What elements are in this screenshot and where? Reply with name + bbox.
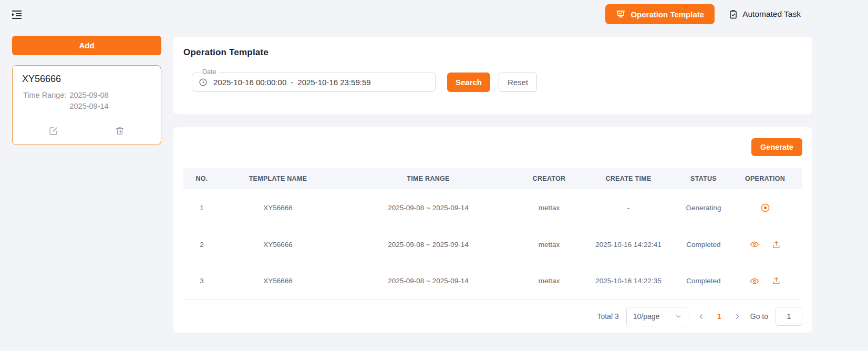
record-icon bbox=[761, 203, 770, 212]
column-operation: OPERATION bbox=[728, 168, 802, 189]
main-content: Operation Template Date 2025-10-16 00:00… bbox=[173, 37, 812, 333]
edit-icon bbox=[49, 126, 58, 136]
cell-creator: mettax bbox=[521, 189, 577, 226]
topbar: Operation Template Automated Task bbox=[0, 0, 868, 28]
template-card-title: XY56666 bbox=[22, 74, 152, 85]
cell-creator: mettax bbox=[521, 226, 577, 263]
eye-icon bbox=[750, 240, 759, 249]
view-report-button[interactable] bbox=[750, 276, 759, 286]
cell-time-range: 2025-09-08 ~ 2025-09-14 bbox=[336, 189, 521, 226]
cell-time-range: 2025-09-08 ~ 2025-09-14 bbox=[336, 263, 521, 300]
table-header-row: NO. TEMPLATE NAME TIME RANGE CREATOR CRE… bbox=[183, 168, 802, 189]
table-row: 2 XY56666 2025-09-08 ~ 2025-09-14 mettax… bbox=[183, 226, 802, 263]
cell-no: 1 bbox=[183, 189, 220, 226]
cell-create-time: 2025-10-16 14:22:35 bbox=[577, 263, 679, 300]
cell-status: Generating bbox=[679, 189, 728, 226]
column-template-name: TEMPLATE NAME bbox=[220, 168, 336, 189]
export-report-button[interactable] bbox=[772, 240, 781, 249]
filter-row: Date 2025-10-16 00:00:00-2025-10-16 23:5… bbox=[183, 73, 802, 92]
delete-template-button[interactable] bbox=[87, 119, 153, 142]
reset-button[interactable]: Reset bbox=[499, 73, 537, 92]
add-template-button[interactable]: Add bbox=[12, 36, 161, 55]
automated-task-tab[interactable]: Automated Task bbox=[728, 9, 801, 19]
column-no: NO. bbox=[183, 168, 220, 189]
pagination-total: Total 3 bbox=[597, 312, 618, 321]
table-panel: Generate NO. TEMPLATE NAME TIME RANGE CR… bbox=[173, 127, 812, 333]
template-card[interactable]: XY56666 Time Range: 2025-09-08 2025-09-1… bbox=[12, 65, 161, 145]
operation-template-tab[interactable]: Operation Template bbox=[605, 4, 715, 24]
chevron-right-icon bbox=[734, 313, 741, 320]
prev-page-button[interactable] bbox=[696, 311, 707, 322]
column-status: STATUS bbox=[679, 168, 728, 189]
operation-template-label: Operation Template bbox=[631, 10, 704, 19]
column-creator: CREATOR bbox=[521, 168, 577, 189]
date-end: 2025-10-16 23:59:59 bbox=[297, 78, 370, 87]
cell-no: 2 bbox=[183, 226, 220, 263]
time-range-start: 2025-09-08 bbox=[69, 91, 108, 99]
cell-template-name: XY56666 bbox=[220, 226, 336, 263]
pagination: Total 3 10/page 1 bbox=[183, 300, 802, 326]
date-range-value: 2025-10-16 00:00:00-2025-10-16 23:59:59 bbox=[213, 78, 371, 87]
view-report-button[interactable] bbox=[750, 240, 759, 249]
trash-icon bbox=[115, 126, 125, 136]
table-toolbar: Generate bbox=[183, 138, 802, 156]
column-create-time: CREATE TIME bbox=[577, 168, 679, 189]
table-row: 1 XY56666 2025-09-08 ~ 2025-09-14 mettax… bbox=[183, 189, 802, 226]
cell-create-time: - bbox=[577, 189, 679, 226]
card-actions bbox=[21, 119, 152, 142]
cell-status: Completed bbox=[679, 263, 728, 300]
cell-status: Completed bbox=[679, 226, 728, 263]
time-range-end: 2025-09-14 bbox=[69, 102, 108, 110]
upload-icon bbox=[772, 240, 781, 249]
date-field-label: Date bbox=[200, 68, 219, 76]
upload-icon bbox=[772, 276, 781, 285]
chevron-left-icon bbox=[698, 313, 705, 320]
page-size-select[interactable]: 10/page bbox=[626, 307, 688, 326]
column-time-range: TIME RANGE bbox=[336, 168, 521, 189]
cell-creator: mettax bbox=[521, 263, 577, 300]
filter-panel: Operation Template Date 2025-10-16 00:00… bbox=[173, 37, 812, 115]
clipboard-check-icon bbox=[728, 9, 738, 19]
page-number[interactable]: 1 bbox=[714, 312, 725, 321]
cell-create-time: 2025-10-16 14:22:41 bbox=[577, 226, 679, 263]
cell-template-name: XY56666 bbox=[220, 189, 336, 226]
eye-icon bbox=[750, 276, 759, 286]
clock-icon bbox=[199, 78, 208, 87]
search-button[interactable]: Search bbox=[447, 73, 490, 92]
chevron-down-icon bbox=[675, 313, 681, 319]
generating-record-button[interactable] bbox=[761, 203, 770, 212]
generate-button[interactable]: Generate bbox=[751, 138, 802, 156]
date-range-input[interactable]: Date 2025-10-16 00:00:00-2025-10-16 23:5… bbox=[192, 73, 436, 92]
export-report-button[interactable] bbox=[772, 276, 781, 285]
date-separator: - bbox=[291, 78, 293, 87]
menu-unfold-icon bbox=[11, 8, 23, 21]
goto-page-input[interactable] bbox=[776, 307, 802, 326]
presentation-board-icon bbox=[616, 9, 626, 19]
template-card-time-range: Time Range: 2025-09-08 2025-09-14 bbox=[23, 90, 152, 112]
goto-label: Go to bbox=[750, 312, 768, 321]
edit-template-button[interactable] bbox=[21, 119, 87, 142]
cell-time-range: 2025-09-08 ~ 2025-09-14 bbox=[336, 226, 521, 263]
cell-template-name: XY56666 bbox=[220, 263, 336, 300]
sidebar-collapse-button[interactable] bbox=[11, 8, 23, 21]
page-title: Operation Template bbox=[183, 47, 802, 58]
table-row: 3 XY56666 2025-09-08 ~ 2025-09-14 mettax… bbox=[183, 263, 802, 300]
template-table: NO. TEMPLATE NAME TIME RANGE CREATOR CRE… bbox=[183, 168, 802, 300]
cell-no: 3 bbox=[183, 263, 220, 300]
date-start: 2025-10-16 00:00:00 bbox=[213, 78, 286, 87]
page-size-value: 10/page bbox=[633, 312, 660, 321]
next-page-button[interactable] bbox=[732, 311, 743, 322]
template-sidebar: Add XY56666 Time Range: 2025-09-08 2025-… bbox=[12, 36, 161, 145]
time-range-label: Time Range: bbox=[23, 90, 66, 112]
topbar-actions: Operation Template Automated Task bbox=[605, 4, 801, 24]
automated-task-label: Automated Task bbox=[742, 9, 801, 19]
